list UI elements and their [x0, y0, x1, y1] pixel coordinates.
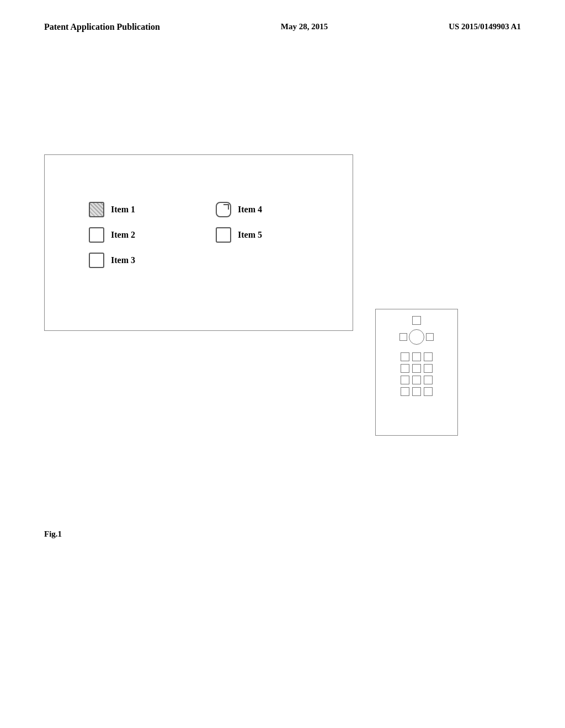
item2-label: Item 2 [111, 230, 135, 240]
list-item: Item 2 [89, 227, 135, 243]
item1-label: Item 1 [111, 205, 135, 215]
device-grid-sq [401, 387, 409, 396]
device-grid-sq [401, 352, 409, 361]
device-grid-sq [424, 387, 433, 396]
device-grid-sq [412, 387, 421, 396]
list-item: Item 1 [89, 202, 135, 217]
device-circle [409, 329, 424, 345]
list-item: Item 4 [216, 202, 262, 217]
header-left: Patent Application Publication [44, 22, 160, 32]
checkbox-item5[interactable] [216, 227, 231, 243]
header-center: May 28, 2015 [281, 22, 328, 32]
checkbox-item4[interactable] [216, 202, 231, 217]
device-left-square [399, 333, 407, 341]
header-right: US 2015/0149903 A1 [449, 22, 521, 32]
item3-label: Item 3 [111, 255, 135, 265]
checkbox-item3[interactable] [89, 253, 104, 268]
main-screen-box: Item 1 Item 2 Item 3 Item 4 Item [44, 154, 353, 331]
device-grid-sq [424, 376, 433, 384]
right-column: Item 4 Item 5 [216, 202, 262, 247]
item4-label: Item 4 [238, 205, 262, 215]
device-grid [401, 352, 433, 396]
left-column: Item 1 Item 2 Item 3 [89, 202, 135, 272]
device-grid-sq [424, 352, 433, 361]
figure-label: Fig.1 [44, 529, 62, 539]
page-header: Patent Application Publication May 28, 2… [0, 22, 565, 32]
device-grid-sq [412, 352, 421, 361]
device-grid-sq [424, 364, 433, 373]
device-right-square [426, 333, 434, 341]
device-top-square [412, 316, 421, 325]
checkbox-item2[interactable] [89, 227, 104, 243]
device-circle-row [399, 329, 434, 345]
list-item: Item 3 [89, 253, 135, 268]
device-grid-sq [412, 376, 421, 384]
list-item: Item 5 [216, 227, 262, 243]
device-grid-sq [401, 376, 409, 384]
item5-label: Item 5 [238, 230, 262, 240]
device-grid-sq [412, 364, 421, 373]
checkbox-item1[interactable] [89, 202, 104, 217]
device-grid-sq [401, 364, 409, 373]
device-box [375, 309, 458, 436]
